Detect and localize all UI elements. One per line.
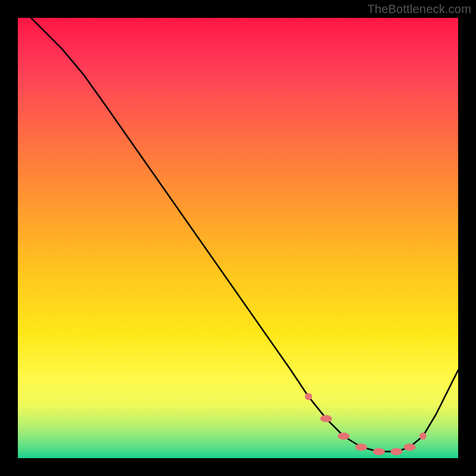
marker-dot (338, 433, 350, 440)
attribution-label: TheBottleneck.com (367, 2, 471, 16)
plot-area (18, 18, 458, 458)
marker-group (305, 393, 426, 455)
bottleneck-curve (31, 18, 458, 452)
marker-dot (355, 444, 367, 451)
marker-dot (390, 448, 402, 455)
marker-dot (404, 444, 416, 451)
marker-dot (305, 393, 312, 400)
marker-dot (373, 448, 385, 455)
chart-frame: TheBottleneck.com (0, 0, 476, 476)
curve-layer (18, 18, 458, 458)
marker-dot (320, 415, 332, 422)
marker-dot (419, 433, 427, 440)
